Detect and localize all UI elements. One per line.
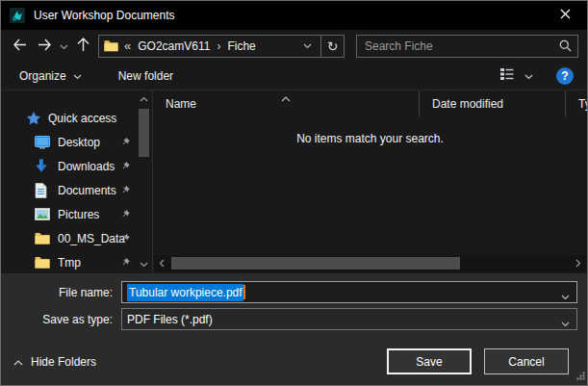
column-label: Name bbox=[166, 97, 196, 111]
pin-icon bbox=[120, 161, 131, 171]
scrollbar-thumb[interactable] bbox=[139, 109, 149, 157]
forward-icon bbox=[38, 39, 52, 54]
search-box[interactable] bbox=[356, 35, 578, 58]
scroll-right-icon[interactable] bbox=[571, 259, 586, 268]
column-header-type[interactable]: Type bbox=[565, 90, 587, 116]
chevron-down-icon[interactable] bbox=[561, 290, 570, 303]
back-icon bbox=[13, 39, 27, 54]
column-label: Date modified bbox=[432, 97, 503, 111]
sidebar-scrollbar[interactable] bbox=[136, 92, 151, 271]
breadcrumb-segment[interactable]: Fiche bbox=[227, 39, 255, 53]
column-header-date-modified[interactable]: Date modified bbox=[419, 90, 565, 116]
new-folder-button[interactable]: New folder bbox=[118, 69, 173, 83]
empty-list-message: No items match your search. bbox=[153, 132, 587, 145]
sidebar-item-00-ms-data[interactable]: 00_MS_Data bbox=[1, 226, 152, 250]
refresh-icon: ↻ bbox=[327, 39, 339, 54]
file-name-label: File name: bbox=[1, 286, 121, 299]
title-bar: User Workshop Documents bbox=[1, 1, 587, 30]
download-icon bbox=[35, 159, 50, 174]
breadcrumb[interactable]: « GO2camV611 › Fiche bbox=[99, 36, 320, 57]
refresh-button[interactable]: ↻ bbox=[320, 36, 344, 57]
hide-folders-button[interactable]: Hide Folders bbox=[13, 355, 96, 369]
picture-icon bbox=[35, 207, 50, 222]
up-icon bbox=[77, 38, 89, 55]
command-toolbar: Organize New folder ? bbox=[1, 62, 587, 90]
cancel-button-label: Cancel bbox=[508, 355, 544, 369]
forward-button[interactable] bbox=[32, 34, 57, 59]
details-view-icon[interactable] bbox=[500, 68, 514, 83]
save-button-label: Save bbox=[416, 355, 442, 369]
cancel-button[interactable]: Cancel bbox=[484, 348, 569, 374]
chevron-down-icon bbox=[60, 39, 68, 53]
pin-icon bbox=[120, 137, 131, 147]
column-header-name[interactable]: Name bbox=[153, 90, 419, 116]
address-bar[interactable]: « GO2camV611 › Fiche ↻ bbox=[98, 35, 345, 58]
folder-icon bbox=[104, 39, 118, 52]
address-dropdown-button[interactable] bbox=[298, 43, 316, 49]
search-input[interactable] bbox=[357, 39, 552, 53]
sort-ascending-icon bbox=[281, 91, 291, 105]
file-name-input[interactable]: Tubular workpiece.pdf bbox=[121, 281, 577, 303]
scrollbar-thumb[interactable] bbox=[171, 257, 460, 270]
close-icon bbox=[560, 9, 571, 22]
chevron-up-icon bbox=[13, 355, 23, 369]
sidebar-item-downloads[interactable]: Downloads bbox=[1, 154, 152, 178]
document-icon bbox=[35, 183, 50, 198]
desktop-icon bbox=[35, 135, 50, 150]
chevron-down-icon bbox=[73, 69, 82, 83]
dialog-footer: Hide Folders Save Cancel bbox=[1, 348, 587, 374]
search-icon[interactable] bbox=[552, 39, 577, 52]
sidebar-item-label: Desktop bbox=[58, 136, 100, 149]
hide-folders-label: Hide Folders bbox=[31, 355, 96, 369]
sidebar-item-quick-access[interactable]: Quick access bbox=[1, 106, 152, 130]
up-button[interactable] bbox=[70, 34, 95, 59]
chevron-down-icon[interactable] bbox=[561, 317, 570, 330]
horizontal-scrollbar[interactable] bbox=[154, 255, 586, 271]
scrollbar-track[interactable] bbox=[169, 255, 571, 271]
column-label: Type bbox=[578, 97, 587, 111]
sidebar-item-pictures[interactable]: Pictures bbox=[1, 202, 152, 226]
sidebar-item-label: Documents bbox=[58, 184, 116, 197]
help-button[interactable]: ? bbox=[556, 67, 574, 85]
breadcrumb-collapsed[interactable]: « bbox=[124, 39, 131, 53]
file-list-pane: Name Date modified Type No items match y… bbox=[152, 90, 587, 273]
organize-button[interactable]: Organize bbox=[19, 69, 82, 83]
folder-icon bbox=[35, 255, 50, 270]
save-as-type-select[interactable]: PDF Files (*.pdf) bbox=[121, 308, 577, 330]
help-icon: ? bbox=[561, 69, 568, 83]
resize-grip[interactable] bbox=[576, 370, 585, 383]
app-icon bbox=[10, 8, 25, 23]
pin-icon bbox=[120, 209, 131, 219]
pin-icon bbox=[120, 257, 131, 268]
window-title: User Workshop Documents bbox=[34, 9, 175, 22]
close-button[interactable] bbox=[544, 1, 587, 30]
sidebar-item-label: Quick access bbox=[48, 112, 116, 125]
new-folder-label: New folder bbox=[118, 69, 173, 83]
sidebar-item-label: Downloads bbox=[58, 160, 115, 173]
folder-icon bbox=[35, 231, 50, 246]
organize-label: Organize bbox=[19, 69, 66, 83]
recent-locations-button[interactable] bbox=[57, 34, 70, 59]
column-headers: Name Date modified Type bbox=[153, 90, 587, 116]
save-button[interactable]: Save bbox=[387, 348, 472, 374]
pin-icon bbox=[120, 185, 131, 195]
save-options-panel: File name: Tubular workpiece.pdf Save as… bbox=[1, 273, 587, 385]
pin-icon bbox=[120, 233, 131, 244]
scroll-left-icon[interactable] bbox=[154, 259, 169, 268]
sidebar-item-tmp[interactable]: Tmp bbox=[1, 250, 152, 274]
back-button[interactable] bbox=[7, 34, 32, 59]
text-caret bbox=[243, 285, 245, 299]
sidebar-item-desktop[interactable]: Desktop bbox=[1, 130, 152, 154]
sidebar-item-documents[interactable]: Documents bbox=[1, 178, 152, 202]
sidebar-item-label: Tmp bbox=[58, 256, 81, 270]
views-dropdown-icon[interactable] bbox=[524, 69, 533, 83]
sidebar-item-label: Pictures bbox=[58, 208, 99, 221]
file-name-value: Tubular workpiece.pdf bbox=[127, 284, 243, 301]
file-list-area[interactable] bbox=[153, 145, 587, 255]
scroll-up-icon[interactable] bbox=[136, 92, 151, 106]
breadcrumb-segment[interactable]: GO2camV611 bbox=[138, 39, 210, 53]
scroll-down-icon[interactable] bbox=[136, 258, 151, 271]
save-as-type-value: PDF Files (*.pdf) bbox=[127, 313, 213, 326]
navigation-bar: « GO2camV611 › Fiche ↻ bbox=[1, 30, 587, 62]
sidebar-item-label: 00_MS_Data bbox=[58, 232, 125, 245]
